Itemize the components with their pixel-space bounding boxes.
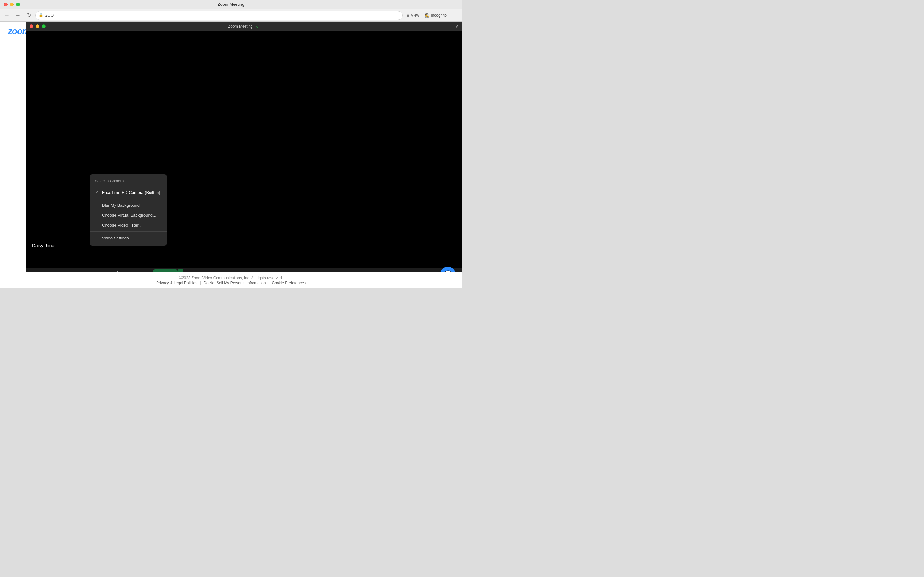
zoom-meeting-overlay: Zoom Meeting 🛡 ∨ Daisy Jonas Select a Ca… (26, 22, 462, 288)
do-not-sell-link[interactable]: Do Not Sell My Personal Information (204, 281, 266, 285)
browser-title-bar: Zoom Meeting (0, 0, 462, 9)
copyright-text: ©2023 Zoom Video Communications, Inc. Al… (179, 276, 283, 280)
browser-title: Zoom Meeting (218, 2, 244, 7)
zoom-minimize-button[interactable] (36, 24, 39, 28)
nav-bar: ← → ↻ 🔒 ZOO ⊞ View 🕵 Incognito ⋮ (0, 9, 462, 22)
back-button[interactable]: ← (3, 11, 11, 20)
cookie-prefs-link[interactable]: Cookie Preferences (272, 281, 306, 285)
camera-settings-label: Video Settings... (102, 235, 132, 240)
camera-item-blur[interactable]: Blur My Background (90, 200, 167, 210)
check-icon: ✓ (95, 190, 99, 195)
camera-item-virtual[interactable]: Choose Virtual Background... (90, 210, 167, 220)
zoom-traffic-lights (29, 24, 45, 28)
view-icon: ⊞ (407, 13, 410, 18)
incognito-label: Incognito (431, 13, 447, 18)
zoom-title-right: ∨ (455, 24, 458, 29)
security-shield-icon: 🛡 (256, 24, 260, 29)
privacy-link[interactable]: Privacy & Legal Policies (156, 281, 197, 285)
address-text: ZOO (45, 13, 53, 18)
camera-dropdown: Select a Camera ✓ FaceTime HD Camera (Bu… (90, 174, 167, 245)
camera-item-settings[interactable]: Video Settings... (90, 233, 167, 243)
more-button[interactable]: ⋮ (451, 11, 459, 20)
camera-dropdown-title: Select a Camera (90, 177, 167, 186)
camera-virtual-label: Choose Virtual Background... (102, 213, 156, 218)
view-label: View (411, 13, 419, 18)
separator2: | (268, 281, 269, 285)
zoom-meeting-body: Daisy Jonas Select a Camera ✓ FaceTime H… (26, 31, 462, 268)
participant-name-label: Daisy Jonas (29, 242, 59, 249)
camera-item-facetime[interactable]: ✓ FaceTime HD Camera (Built-in) (90, 187, 167, 197)
incognito-icon: 🕵 (425, 13, 430, 18)
website-content: zoom Support English ▼ (0, 22, 462, 288)
zoom-footer: ©2023 Zoom Video Communications, Inc. Al… (0, 272, 462, 288)
address-bar[interactable]: 🔒 ZOO (35, 11, 403, 20)
view-button[interactable]: ⊞ View (405, 12, 421, 19)
zoom-close-button[interactable] (29, 24, 33, 28)
minimize-button[interactable] (10, 3, 14, 6)
lock-icon: 🔒 (39, 13, 43, 17)
separator: | (200, 281, 201, 285)
camera-filter-label: Choose Video Filter... (102, 223, 142, 227)
reload-button[interactable]: ↻ (24, 11, 33, 20)
zoom-maximize-button[interactable] (42, 24, 45, 28)
meeting-title-text: Zoom Meeting (228, 24, 253, 29)
camera-item-label: FaceTime HD Camera (Built-in) (102, 190, 160, 195)
separator (90, 199, 167, 199)
zoom-meeting-title-bar: Zoom Meeting 🛡 ∨ (26, 22, 462, 31)
maximize-button[interactable] (16, 3, 20, 6)
incognito-button[interactable]: 🕵 Incognito (423, 12, 449, 19)
forward-button[interactable]: → (13, 11, 23, 20)
nav-right: ⊞ View 🕵 Incognito ⋮ (405, 11, 460, 20)
camera-blur-label: Blur My Background (102, 203, 140, 208)
zoom-meeting-title: Zoom Meeting 🛡 (228, 24, 260, 29)
separator2 (90, 231, 167, 232)
footer-links: Privacy & Legal Policies | Do Not Sell M… (156, 281, 306, 285)
camera-item-filter[interactable]: Choose Video Filter... (90, 220, 167, 230)
traffic-lights (4, 3, 20, 6)
browser-window: Zoom Meeting ← → ↻ 🔒 ZOO ⊞ View 🕵 Incogn… (0, 0, 462, 288)
close-button[interactable] (4, 3, 8, 6)
zoom-chevron-down-icon: ∨ (455, 24, 458, 29)
